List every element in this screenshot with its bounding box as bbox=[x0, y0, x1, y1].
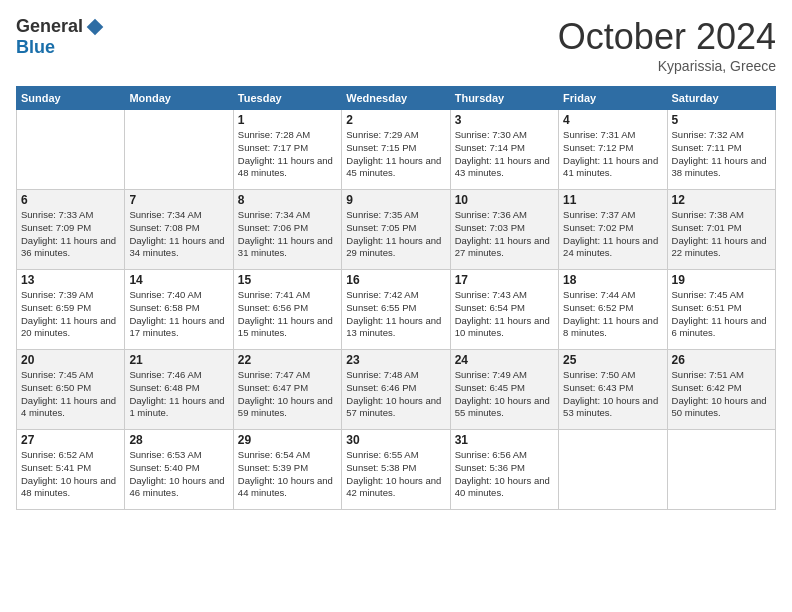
col-friday: Friday bbox=[559, 87, 667, 110]
day-info: Sunrise: 6:54 AMSunset: 5:39 PMDaylight:… bbox=[238, 449, 337, 500]
day-number: 27 bbox=[21, 433, 120, 447]
day-number: 1 bbox=[238, 113, 337, 127]
day-info: Sunrise: 7:49 AMSunset: 6:45 PMDaylight:… bbox=[455, 369, 554, 420]
calendar-cell: 4Sunrise: 7:31 AMSunset: 7:12 PMDaylight… bbox=[559, 110, 667, 190]
day-number: 9 bbox=[346, 193, 445, 207]
day-number: 19 bbox=[672, 273, 771, 287]
calendar-cell: 20Sunrise: 7:45 AMSunset: 6:50 PMDayligh… bbox=[17, 350, 125, 430]
calendar-cell: 13Sunrise: 7:39 AMSunset: 6:59 PMDayligh… bbox=[17, 270, 125, 350]
logo-general: General bbox=[16, 16, 83, 37]
day-info: Sunrise: 6:52 AMSunset: 5:41 PMDaylight:… bbox=[21, 449, 120, 500]
calendar-cell: 1Sunrise: 7:28 AMSunset: 7:17 PMDaylight… bbox=[233, 110, 341, 190]
day-info: Sunrise: 7:34 AMSunset: 7:06 PMDaylight:… bbox=[238, 209, 337, 260]
day-number: 25 bbox=[563, 353, 662, 367]
day-number: 18 bbox=[563, 273, 662, 287]
calendar-cell: 10Sunrise: 7:36 AMSunset: 7:03 PMDayligh… bbox=[450, 190, 558, 270]
calendar-cell: 12Sunrise: 7:38 AMSunset: 7:01 PMDayligh… bbox=[667, 190, 775, 270]
day-number: 4 bbox=[563, 113, 662, 127]
header: General Blue October 2024 Kyparissia, Gr… bbox=[16, 16, 776, 74]
day-number: 5 bbox=[672, 113, 771, 127]
calendar-cell: 22Sunrise: 7:47 AMSunset: 6:47 PMDayligh… bbox=[233, 350, 341, 430]
day-info: Sunrise: 7:35 AMSunset: 7:05 PMDaylight:… bbox=[346, 209, 445, 260]
day-number: 16 bbox=[346, 273, 445, 287]
calendar-cell: 3Sunrise: 7:30 AMSunset: 7:14 PMDaylight… bbox=[450, 110, 558, 190]
day-number: 23 bbox=[346, 353, 445, 367]
calendar-cell: 18Sunrise: 7:44 AMSunset: 6:52 PMDayligh… bbox=[559, 270, 667, 350]
calendar-cell: 29Sunrise: 6:54 AMSunset: 5:39 PMDayligh… bbox=[233, 430, 341, 510]
day-number: 8 bbox=[238, 193, 337, 207]
day-number: 31 bbox=[455, 433, 554, 447]
calendar-cell: 30Sunrise: 6:55 AMSunset: 5:38 PMDayligh… bbox=[342, 430, 450, 510]
calendar-cell: 14Sunrise: 7:40 AMSunset: 6:58 PMDayligh… bbox=[125, 270, 233, 350]
calendar-week-1: 1Sunrise: 7:28 AMSunset: 7:17 PMDaylight… bbox=[17, 110, 776, 190]
day-info: Sunrise: 7:51 AMSunset: 6:42 PMDaylight:… bbox=[672, 369, 771, 420]
calendar-cell bbox=[125, 110, 233, 190]
day-number: 12 bbox=[672, 193, 771, 207]
month-title: October 2024 bbox=[558, 16, 776, 58]
calendar-cell: 21Sunrise: 7:46 AMSunset: 6:48 PMDayligh… bbox=[125, 350, 233, 430]
calendar-cell: 6Sunrise: 7:33 AMSunset: 7:09 PMDaylight… bbox=[17, 190, 125, 270]
calendar-cell: 15Sunrise: 7:41 AMSunset: 6:56 PMDayligh… bbox=[233, 270, 341, 350]
day-number: 11 bbox=[563, 193, 662, 207]
calendar-cell: 19Sunrise: 7:45 AMSunset: 6:51 PMDayligh… bbox=[667, 270, 775, 350]
calendar-table: Sunday Monday Tuesday Wednesday Thursday… bbox=[16, 86, 776, 510]
logo-text: General bbox=[16, 16, 105, 37]
col-monday: Monday bbox=[125, 87, 233, 110]
day-number: 22 bbox=[238, 353, 337, 367]
day-number: 14 bbox=[129, 273, 228, 287]
calendar-cell: 9Sunrise: 7:35 AMSunset: 7:05 PMDaylight… bbox=[342, 190, 450, 270]
logo-blue: Blue bbox=[16, 37, 55, 58]
calendar-cell: 16Sunrise: 7:42 AMSunset: 6:55 PMDayligh… bbox=[342, 270, 450, 350]
day-number: 30 bbox=[346, 433, 445, 447]
day-number: 26 bbox=[672, 353, 771, 367]
day-info: Sunrise: 7:48 AMSunset: 6:46 PMDaylight:… bbox=[346, 369, 445, 420]
day-number: 17 bbox=[455, 273, 554, 287]
calendar-cell: 23Sunrise: 7:48 AMSunset: 6:46 PMDayligh… bbox=[342, 350, 450, 430]
day-info: Sunrise: 7:29 AMSunset: 7:15 PMDaylight:… bbox=[346, 129, 445, 180]
day-info: Sunrise: 7:43 AMSunset: 6:54 PMDaylight:… bbox=[455, 289, 554, 340]
day-info: Sunrise: 7:45 AMSunset: 6:51 PMDaylight:… bbox=[672, 289, 771, 340]
calendar-cell: 24Sunrise: 7:49 AMSunset: 6:45 PMDayligh… bbox=[450, 350, 558, 430]
calendar-cell: 2Sunrise: 7:29 AMSunset: 7:15 PMDaylight… bbox=[342, 110, 450, 190]
day-number: 3 bbox=[455, 113, 554, 127]
calendar-week-4: 20Sunrise: 7:45 AMSunset: 6:50 PMDayligh… bbox=[17, 350, 776, 430]
day-info: Sunrise: 7:44 AMSunset: 6:52 PMDaylight:… bbox=[563, 289, 662, 340]
day-info: Sunrise: 7:46 AMSunset: 6:48 PMDaylight:… bbox=[129, 369, 228, 420]
day-info: Sunrise: 7:36 AMSunset: 7:03 PMDaylight:… bbox=[455, 209, 554, 260]
day-info: Sunrise: 6:55 AMSunset: 5:38 PMDaylight:… bbox=[346, 449, 445, 500]
calendar-cell bbox=[17, 110, 125, 190]
logo: General Blue bbox=[16, 16, 105, 58]
calendar-cell: 31Sunrise: 6:56 AMSunset: 5:36 PMDayligh… bbox=[450, 430, 558, 510]
day-info: Sunrise: 7:34 AMSunset: 7:08 PMDaylight:… bbox=[129, 209, 228, 260]
day-info: Sunrise: 6:56 AMSunset: 5:36 PMDaylight:… bbox=[455, 449, 554, 500]
main-container: General Blue October 2024 Kyparissia, Gr… bbox=[0, 0, 792, 518]
day-number: 24 bbox=[455, 353, 554, 367]
col-saturday: Saturday bbox=[667, 87, 775, 110]
day-info: Sunrise: 7:31 AMSunset: 7:12 PMDaylight:… bbox=[563, 129, 662, 180]
calendar-week-3: 13Sunrise: 7:39 AMSunset: 6:59 PMDayligh… bbox=[17, 270, 776, 350]
day-info: Sunrise: 7:37 AMSunset: 7:02 PMDaylight:… bbox=[563, 209, 662, 260]
day-number: 6 bbox=[21, 193, 120, 207]
day-number: 15 bbox=[238, 273, 337, 287]
day-info: Sunrise: 7:39 AMSunset: 6:59 PMDaylight:… bbox=[21, 289, 120, 340]
logo-icon bbox=[85, 17, 105, 37]
calendar-week-5: 27Sunrise: 6:52 AMSunset: 5:41 PMDayligh… bbox=[17, 430, 776, 510]
day-info: Sunrise: 7:45 AMSunset: 6:50 PMDaylight:… bbox=[21, 369, 120, 420]
day-info: Sunrise: 7:42 AMSunset: 6:55 PMDaylight:… bbox=[346, 289, 445, 340]
day-number: 20 bbox=[21, 353, 120, 367]
calendar-cell: 11Sunrise: 7:37 AMSunset: 7:02 PMDayligh… bbox=[559, 190, 667, 270]
day-info: Sunrise: 6:53 AMSunset: 5:40 PMDaylight:… bbox=[129, 449, 228, 500]
day-number: 7 bbox=[129, 193, 228, 207]
day-number: 28 bbox=[129, 433, 228, 447]
calendar-cell: 5Sunrise: 7:32 AMSunset: 7:11 PMDaylight… bbox=[667, 110, 775, 190]
day-info: Sunrise: 7:33 AMSunset: 7:09 PMDaylight:… bbox=[21, 209, 120, 260]
day-info: Sunrise: 7:30 AMSunset: 7:14 PMDaylight:… bbox=[455, 129, 554, 180]
day-number: 21 bbox=[129, 353, 228, 367]
calendar-cell: 17Sunrise: 7:43 AMSunset: 6:54 PMDayligh… bbox=[450, 270, 558, 350]
svg-marker-0 bbox=[87, 18, 104, 35]
day-info: Sunrise: 7:50 AMSunset: 6:43 PMDaylight:… bbox=[563, 369, 662, 420]
calendar-week-2: 6Sunrise: 7:33 AMSunset: 7:09 PMDaylight… bbox=[17, 190, 776, 270]
day-number: 13 bbox=[21, 273, 120, 287]
day-info: Sunrise: 7:32 AMSunset: 7:11 PMDaylight:… bbox=[672, 129, 771, 180]
calendar-cell: 28Sunrise: 6:53 AMSunset: 5:40 PMDayligh… bbox=[125, 430, 233, 510]
